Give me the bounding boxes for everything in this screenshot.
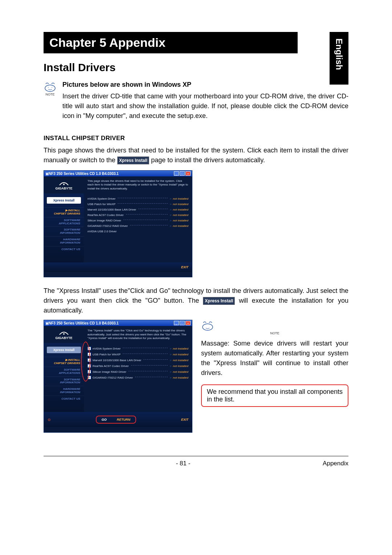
subsection-title: INSTALL CHIPSET DRIVER bbox=[44, 135, 348, 142]
driver-list: ✓nVIDIA System Driver>not installed✓USB … bbox=[84, 343, 192, 412]
gear-icon[interactable]: ⚙ bbox=[48, 418, 51, 422]
app-icon: ▣ bbox=[45, 172, 49, 176]
chapter-heading: Chapter 5 Appendix bbox=[44, 32, 298, 53]
driver-status: not installed bbox=[173, 224, 188, 228]
close-button[interactable]: × bbox=[185, 321, 191, 325]
driver-status: not installed bbox=[173, 213, 188, 217]
app-sidebar: Xpress Install ▶ INSTALL CHIPSET DRIVERS… bbox=[44, 193, 84, 262]
dash-line bbox=[123, 348, 167, 348]
driver-name: nVIDIA System Driver bbox=[87, 197, 115, 200]
driver-row[interactable]: GIGARAID IT8212 RAID Driver>not installe… bbox=[87, 224, 188, 228]
dash-line bbox=[143, 359, 167, 360]
driver-checkbox[interactable]: ✓ bbox=[87, 347, 91, 350]
driver-checkbox[interactable]: ✓ bbox=[87, 352, 91, 356]
go-button[interactable]: GO bbox=[102, 418, 107, 421]
driver-row[interactable]: RealTek AC97 Codec Driver>not installed bbox=[87, 213, 188, 217]
dash-line bbox=[135, 377, 167, 377]
paragraph-2: The "Xpress Install" uses the"Click and … bbox=[44, 286, 348, 315]
gigabyte-logo: GIGABYTE bbox=[44, 326, 84, 343]
driver-row[interactable]: ✓RealTek AC97 Codec Driver>not installed bbox=[87, 364, 188, 368]
driver-status: not installed bbox=[173, 364, 188, 368]
driver-status: not installed bbox=[173, 376, 188, 379]
app-icon: ▣ bbox=[45, 321, 49, 325]
app-description: The "Xpress Install" uses the "Click and… bbox=[84, 326, 192, 343]
app-sidebar: Xpress Install ▶ INSTALL CHIPSET DRIVERS… bbox=[44, 343, 84, 412]
svg-point-3 bbox=[203, 324, 213, 330]
sidebar-item[interactable]: SOFTWARE APPLICATIONS bbox=[44, 367, 84, 376]
xpress-install-badge-icon: Xpress Install bbox=[203, 297, 235, 305]
driver-list: nVIDIA System Driver>not installedUSB Pa… bbox=[84, 193, 192, 262]
driver-checkbox[interactable]: ✓ bbox=[87, 364, 91, 368]
app-description: This page shows the drivers that need to… bbox=[84, 176, 192, 193]
sidebar-item[interactable]: CONTACT US bbox=[44, 396, 84, 402]
driver-name: Marvell 10/100/1000 Base LAN Driver bbox=[87, 208, 136, 211]
driver-checkbox[interactable]: ✓ bbox=[87, 358, 91, 362]
sidebar-item[interactable]: SOFTWARE INFORMATION bbox=[44, 227, 84, 236]
xpress-install-tab[interactable]: Xpress Install bbox=[47, 197, 81, 204]
driver-row[interactable]: ✓Silicon Image RAID Driver>not installed bbox=[87, 370, 188, 374]
driver-row[interactable]: Silicon Image RAID Driver>not installed bbox=[87, 219, 188, 222]
driver-name: GIGARAID IT8212 RAID Driver bbox=[87, 224, 128, 228]
language-tab: English bbox=[330, 32, 348, 85]
note-label: NOTE bbox=[45, 93, 54, 96]
svg-point-0 bbox=[45, 85, 55, 91]
driver-row[interactable]: ✓GIGARAID IT8212 RAID Driver>not install… bbox=[87, 376, 188, 379]
sidebar-item[interactable]: ▶ INSTALL CHIPSET DRIVERS bbox=[44, 207, 84, 217]
sidebar-item[interactable]: SOFTWARE APPLICATIONS bbox=[44, 217, 84, 227]
title-bar: ▣ NF3 250 Series Utilities CD 1.0 B4.030… bbox=[44, 320, 192, 326]
sidebar-item[interactable]: CONTACT US bbox=[44, 246, 84, 253]
section-title: Install Drivers bbox=[44, 61, 348, 74]
driver-status: not installed bbox=[173, 347, 188, 350]
driver-status: not installed bbox=[173, 219, 188, 222]
driver-row[interactable]: ✓USB Patch for WinXP>not installed bbox=[87, 352, 188, 356]
sidebar-item[interactable]: ▶ INSTALL CHIPSET DRIVERS bbox=[44, 357, 84, 367]
driver-row[interactable]: ✓nVIDIA System Driver>not installed bbox=[87, 347, 188, 350]
sidebar-item[interactable]: HARDWARE INFORMATION bbox=[44, 386, 84, 396]
minimize-button[interactable]: _ bbox=[174, 321, 179, 325]
gigabyte-logo: GIGABYTE bbox=[44, 176, 84, 193]
svg-point-1 bbox=[63, 184, 65, 185]
dash-line bbox=[130, 225, 167, 225]
installer-window-1: ▣ NF3 250 Series Utilities CD 1.0 B4.030… bbox=[44, 170, 192, 277]
driver-name: Silicon Image RAID Driver bbox=[87, 219, 121, 222]
window-title: NF3 250 Series Utilities CD 1.0 B4.0303.… bbox=[49, 321, 174, 325]
note-label: NOTE bbox=[270, 331, 279, 335]
close-button[interactable]: × bbox=[185, 171, 191, 176]
maximize-button[interactable]: □ bbox=[180, 171, 185, 176]
dash-line bbox=[126, 214, 168, 215]
page-number: - 81 - bbox=[176, 460, 191, 467]
sidebar-item[interactable]: HARDWARE INFORMATION bbox=[44, 236, 84, 246]
driver-row[interactable]: nVIDIA System Driver>not installed bbox=[87, 197, 188, 200]
app-footer-1: EXIT bbox=[44, 262, 192, 272]
driver-name: Marvell 10/100/1000 Base LAN Driver bbox=[93, 359, 141, 362]
note-subtitle: Pictures below are shown in Windows XP bbox=[62, 81, 348, 89]
svg-point-2 bbox=[63, 333, 65, 335]
driver-name: USB Patch for WinXP bbox=[87, 203, 115, 206]
title-bar: ▣ NF3 250 Series Utilities CD 1.0 B4.030… bbox=[44, 171, 192, 176]
driver-name: RealTek AC97 Codec Driver bbox=[93, 364, 129, 368]
driver-status: not installed bbox=[173, 203, 188, 206]
side-note-text: Massage: Some device drivers will restar… bbox=[201, 339, 348, 378]
driver-row[interactable]: USB Patch for WinXP>not installed bbox=[87, 203, 188, 206]
dash-line bbox=[131, 365, 168, 366]
maximize-button[interactable]: □ bbox=[180, 321, 185, 325]
exit-button[interactable]: EXIT bbox=[181, 418, 188, 421]
driver-checkbox[interactable]: ✓ bbox=[87, 370, 91, 374]
xpress-install-badge-icon: Xpress Install bbox=[117, 156, 149, 164]
return-button[interactable]: RETURN bbox=[117, 418, 131, 421]
xpress-install-tab[interactable]: Xpress Install bbox=[47, 347, 81, 353]
dash-line bbox=[138, 209, 167, 209]
installer-window-2: ▣ NF3 250 Series Utilities CD 1.0 B4.030… bbox=[44, 320, 192, 433]
app-footer-2: ⚙ GO RETURN EXIT bbox=[44, 412, 192, 427]
note-icon: NOTE bbox=[44, 81, 57, 121]
driver-row[interactable]: Marvell 10/100/1000 Base LAN Driver>not … bbox=[87, 208, 188, 211]
driver-checkbox[interactable]: ✓ bbox=[87, 376, 91, 379]
minimize-button[interactable]: _ bbox=[174, 171, 179, 176]
driver-row[interactable]: ✓Marvell 10/100/1000 Base LAN Driver>not… bbox=[87, 358, 188, 362]
page-footer: - 81 - Appendix bbox=[44, 456, 348, 467]
driver-status: not installed bbox=[173, 208, 188, 211]
exit-button[interactable]: EXIT bbox=[181, 265, 188, 269]
sidebar-item[interactable]: SOFTWARE INFORMATION bbox=[44, 376, 84, 386]
paragraph-1: This page shows the drivers that need to… bbox=[44, 146, 348, 165]
driver-row[interactable]: nVIDIA USB 2.0 Driver bbox=[87, 230, 188, 233]
